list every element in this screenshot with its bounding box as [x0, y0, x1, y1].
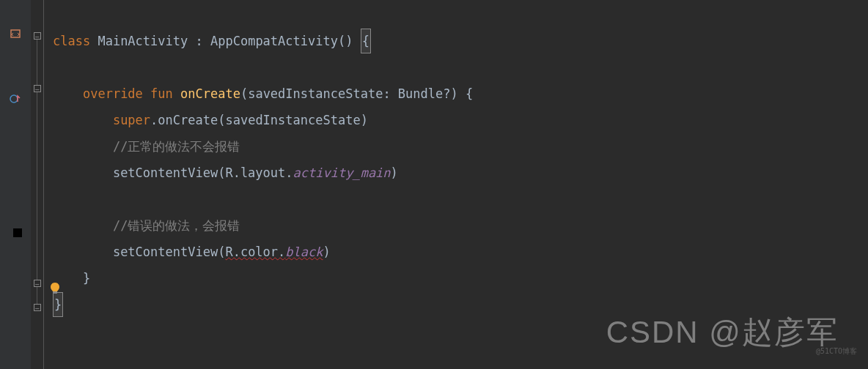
keyword-super: super [113, 108, 150, 132]
fold-toggle[interactable] [34, 280, 41, 287]
function-name: onCreate [180, 82, 240, 105]
class-name: MainActivity [90, 29, 195, 53]
watermark-text: CSDN @赵彦军 [606, 303, 839, 362]
resource-id-error: black [285, 240, 323, 264]
code-line[interactable]: //正常的做法不会报错 [53, 133, 868, 160]
keyword-fun: fun [150, 82, 180, 105]
code-line[interactable]: } [53, 265, 868, 291]
indent [53, 214, 113, 237]
indent [53, 108, 113, 132]
svg-rect-2 [53, 291, 57, 294]
code-line-empty[interactable] [53, 54, 868, 81]
params: (savedInstanceState: Bundle?) { [240, 82, 473, 105]
dot: . [150, 108, 158, 132]
fold-gutter [31, 0, 44, 369]
method-call: setContentView(R.layout. [113, 161, 293, 184]
paren-close: ) [323, 240, 331, 264]
code-line[interactable]: override fun onCreate(savedInstanceState… [53, 81, 868, 107]
colon: : [195, 29, 210, 53]
comment: //错误的做法，会报错 [113, 214, 240, 237]
method-call: onCreate(savedInstanceState) [158, 108, 368, 132]
keyword-override: override [83, 82, 150, 105]
indent [53, 135, 113, 158]
code-line[interactable]: class MainActivity : AppCompatActivity()… [53, 28, 868, 54]
method-call: setContentView( [113, 240, 226, 264]
code-line[interactable]: //错误的做法，会报错 [53, 212, 868, 239]
keyword-class: class [53, 29, 90, 53]
parent-class: AppCompatActivity() [210, 29, 361, 53]
comment: //正常的做法不会报错 [113, 135, 240, 158]
fold-guide-line [37, 40, 37, 307]
error-code: R.color. [225, 240, 285, 264]
brace-open: { [361, 29, 371, 53]
code-line[interactable]: super.onCreate(savedInstanceState) [53, 107, 868, 133]
fold-toggle[interactable] [34, 304, 41, 311]
override-icon[interactable] [9, 92, 22, 105]
bookmark-icon[interactable] [13, 228, 22, 237]
code-line[interactable]: setContentView(R.color.black) [53, 239, 868, 265]
brace-close: } [83, 266, 90, 290]
code-line[interactable]: setContentView(R.layout.activity_main) [53, 160, 868, 186]
file-icon[interactable] [9, 28, 22, 41]
intention-bulb-icon[interactable] [48, 280, 62, 294]
editor-gutter [0, 0, 31, 369]
svg-point-1 [10, 95, 18, 102]
fold-toggle[interactable] [34, 32, 41, 40]
fold-toggle[interactable] [34, 85, 41, 92]
watermark-small-text: @51CTO博客 [816, 344, 857, 358]
indent [53, 240, 113, 264]
paren-close: ) [391, 161, 398, 184]
code-line-empty[interactable] [53, 186, 868, 212]
indent [53, 161, 113, 184]
resource-id: activity_main [293, 161, 391, 184]
indent [53, 82, 83, 105]
